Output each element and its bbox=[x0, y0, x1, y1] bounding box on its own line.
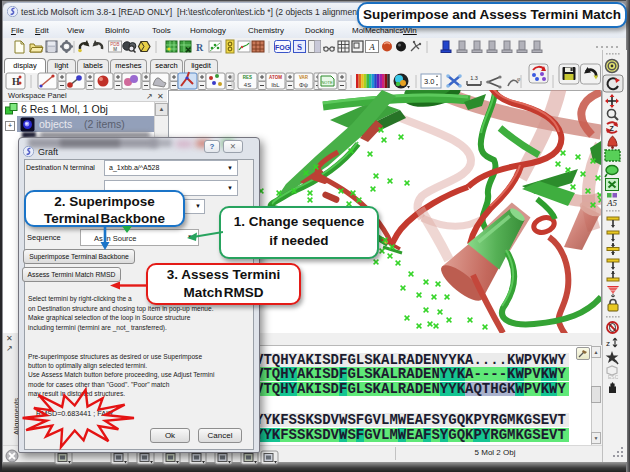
svg-text:S: S bbox=[297, 42, 302, 52]
svg-text:Z: Z bbox=[610, 125, 615, 132]
svg-text:NOTE: NOTE bbox=[321, 80, 332, 85]
svg-text:Φψ: Φψ bbox=[299, 82, 308, 88]
svg-text:RES: RES bbox=[243, 75, 252, 80]
svg-text:φ: φ bbox=[517, 76, 521, 82]
svg-text:A: A bbox=[368, 42, 375, 52]
svg-text:1.3: 1.3 bbox=[470, 75, 478, 81]
svg-text:ESC: ESC bbox=[608, 374, 619, 380]
svg-text:IbL: IbL bbox=[271, 82, 280, 88]
svg-text:z: z bbox=[606, 339, 610, 348]
svg-text:3.0: 3.0 bbox=[424, 77, 434, 86]
svg-text:FOG: FOG bbox=[275, 44, 291, 51]
svg-text:4S: 4S bbox=[244, 82, 251, 88]
svg-text:M: M bbox=[113, 47, 117, 52]
svg-text:VAR: VAR bbox=[299, 75, 309, 80]
svg-text:R: R bbox=[196, 42, 204, 53]
svg-text:ATOM: ATOM bbox=[269, 75, 282, 80]
svg-text:A5: A5 bbox=[606, 198, 617, 208]
